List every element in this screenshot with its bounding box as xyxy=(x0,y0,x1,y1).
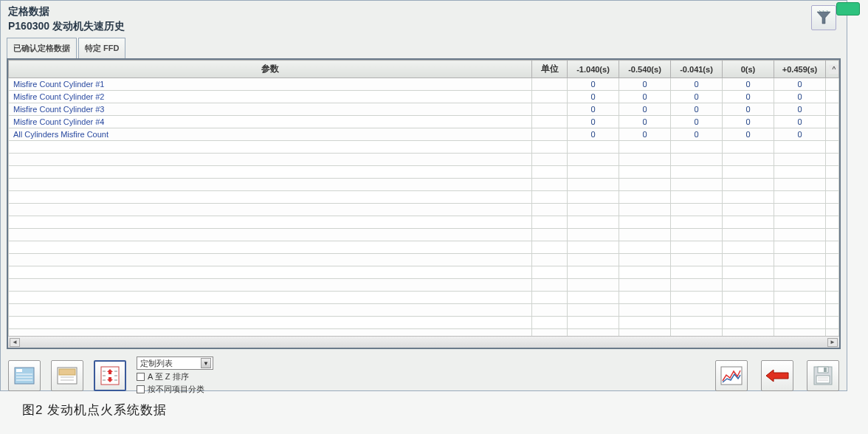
empty-cell xyxy=(774,216,826,229)
empty-cell xyxy=(568,179,619,191)
empty-cell xyxy=(826,191,839,204)
unit-cell xyxy=(532,128,568,141)
empty-cell xyxy=(723,254,774,266)
empty-cell xyxy=(723,292,774,304)
empty-cell xyxy=(619,292,671,304)
empty-cell xyxy=(774,179,826,191)
data-table-container: 参数 单位 -1.040(s) -0.540(s) -0.041(s) 0(s)… xyxy=(7,58,841,349)
tab-specific-ffd[interactable]: 特定 FFD xyxy=(78,38,125,58)
scroll-left-icon[interactable]: ◄ xyxy=(10,338,20,347)
back-arrow-icon xyxy=(765,368,790,383)
data-table: 参数 单位 -1.040(s) -0.540(s) -0.041(s) 0(s)… xyxy=(8,60,839,342)
table-row xyxy=(9,266,839,279)
value-cell: 0 xyxy=(671,91,723,103)
table-row[interactable]: Misfire Count Cylinder #300000 xyxy=(9,103,839,116)
empty-cell xyxy=(568,304,619,317)
table-row[interactable]: Misfire Count Cylinder #400000 xyxy=(9,116,839,128)
graph-button[interactable] xyxy=(715,360,748,391)
group-items-checkbox[interactable]: 按不同项目分类 xyxy=(137,384,213,395)
card-view-icon xyxy=(57,367,78,385)
empty-cell xyxy=(532,241,568,254)
table-row xyxy=(9,292,839,304)
empty-cell xyxy=(826,141,839,154)
empty-cell xyxy=(671,179,723,191)
unit-cell xyxy=(532,116,568,128)
horizontal-scrollbar[interactable]: ◄ ► xyxy=(8,336,839,348)
empty-cell xyxy=(9,154,532,166)
unit-cell xyxy=(532,78,568,91)
col-header-time-3[interactable]: 0(s) xyxy=(723,61,774,78)
vscroll-cell xyxy=(826,116,839,128)
empty-cell xyxy=(671,154,723,166)
empty-cell xyxy=(723,216,774,229)
empty-cell xyxy=(619,304,671,317)
col-header-unit[interactable]: 单位 xyxy=(532,61,568,78)
vscroll-cell xyxy=(826,103,839,116)
table-row xyxy=(9,191,839,204)
options-column: 定制列表 ▼ A 至 Z 排序 按不同项目分类 xyxy=(137,356,213,395)
empty-cell xyxy=(568,279,619,292)
floppy-disk-icon xyxy=(813,365,833,386)
empty-cell xyxy=(532,166,568,179)
value-cell: 0 xyxy=(723,78,774,91)
empty-cell xyxy=(568,241,619,254)
empty-cell xyxy=(671,141,723,154)
empty-cell xyxy=(774,292,826,304)
empty-cell xyxy=(723,279,774,292)
empty-cell xyxy=(532,292,568,304)
scroll-right-icon[interactable]: ► xyxy=(827,338,838,347)
empty-cell xyxy=(619,141,671,154)
back-button[interactable] xyxy=(761,360,793,391)
empty-cell xyxy=(532,254,568,266)
col-header-time-0[interactable]: -1.040(s) xyxy=(568,61,619,78)
col-header-time-1[interactable]: -0.540(s) xyxy=(619,61,671,78)
checkbox-label: A 至 Z 排序 xyxy=(148,371,189,382)
col-header-param[interactable]: 参数 xyxy=(9,61,532,78)
empty-cell xyxy=(568,141,619,154)
tab-confirmed-freeze-data[interactable]: 已确认定格数据 xyxy=(7,38,77,58)
table-row[interactable]: Misfire Count Cylinder #100000 xyxy=(9,78,839,91)
value-cell: 0 xyxy=(619,103,671,116)
table-row[interactable]: Misfire Count Cylinder #200000 xyxy=(9,91,839,103)
empty-cell xyxy=(723,141,774,154)
empty-cell xyxy=(723,179,774,191)
value-cell: 0 xyxy=(774,91,826,103)
empty-cell xyxy=(619,229,671,241)
empty-cell xyxy=(568,166,619,179)
empty-cell xyxy=(532,229,568,241)
empty-cell xyxy=(723,166,774,179)
param-cell: Misfire Count Cylinder #2 xyxy=(9,91,532,103)
empty-cell xyxy=(619,154,671,166)
svg-rect-20 xyxy=(816,376,830,383)
filter-button[interactable] xyxy=(811,5,836,30)
scroll-up-icon[interactable]: ^ xyxy=(829,65,839,74)
empty-cell xyxy=(568,254,619,266)
empty-cell xyxy=(826,216,839,229)
empty-cell xyxy=(774,141,826,154)
table-row[interactable]: All Cylinders Misfire Count00000 xyxy=(9,128,839,141)
view-expand-button[interactable] xyxy=(94,360,126,391)
col-header-time-2[interactable]: -0.041(s) xyxy=(671,61,723,78)
value-cell: 0 xyxy=(619,78,671,91)
value-cell: 0 xyxy=(619,116,671,128)
empty-cell xyxy=(532,179,568,191)
view-list-button[interactable] xyxy=(8,360,41,391)
table-header-row: 参数 单位 -1.040(s) -0.540(s) -0.041(s) 0(s)… xyxy=(9,61,839,78)
svg-rect-1 xyxy=(16,369,22,372)
table-body: Misfire Count Cylinder #100000Misfire Co… xyxy=(9,78,839,342)
empty-cell xyxy=(568,266,619,279)
expand-arrows-icon xyxy=(100,365,120,386)
save-button[interactable] xyxy=(807,360,839,391)
value-cell: 0 xyxy=(619,128,671,141)
value-cell: 0 xyxy=(568,116,619,128)
col-header-time-4[interactable]: +0.459(s) xyxy=(774,61,826,78)
empty-cell xyxy=(671,266,723,279)
view-card-button[interactable] xyxy=(51,360,83,391)
empty-cell xyxy=(619,166,671,179)
app-window: 定格数据 P160300 发动机失速历史 已确认定格数据 特定 FFD 参数 单… xyxy=(0,0,847,391)
empty-cell xyxy=(9,141,532,154)
custom-list-select[interactable]: 定制列表 ▼ xyxy=(137,356,213,370)
empty-cell xyxy=(774,166,826,179)
sort-az-checkbox[interactable]: A 至 Z 排序 xyxy=(137,371,213,382)
empty-cell xyxy=(568,154,619,166)
